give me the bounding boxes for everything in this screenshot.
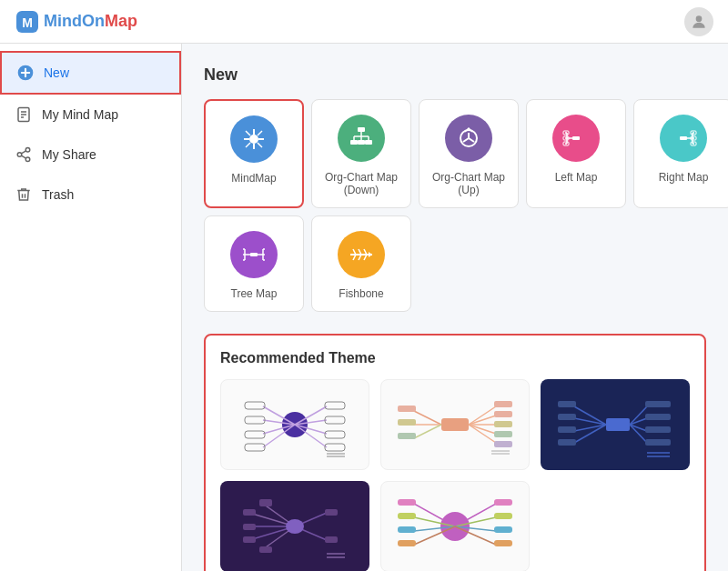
map-type-grid-row2: Tree Map Fishbone bbox=[204, 215, 706, 312]
theme-card-3[interactable] bbox=[541, 379, 690, 470]
svg-line-14 bbox=[21, 151, 25, 154]
svg-line-36 bbox=[469, 138, 474, 142]
logo-mind: Mind bbox=[44, 12, 82, 30]
theme-grid bbox=[220, 379, 690, 571]
svg-marker-73 bbox=[369, 252, 372, 257]
svg-rect-85 bbox=[245, 431, 265, 438]
svg-rect-121 bbox=[558, 401, 576, 407]
left-map-icon bbox=[561, 124, 591, 153]
plus-circle-icon bbox=[16, 64, 35, 82]
map-type-grid-row1: MindMap Org-C bbox=[204, 99, 706, 208]
theme-card-4[interactable] bbox=[220, 481, 369, 571]
svg-rect-108 bbox=[494, 431, 512, 437]
tree-map-label: Tree Map bbox=[231, 287, 278, 300]
theme-card-1[interactable] bbox=[220, 379, 369, 470]
right-map-icon-circle bbox=[660, 115, 707, 162]
mindmap-label: MindMap bbox=[231, 172, 276, 185]
theme-3-preview bbox=[556, 384, 674, 466]
fishbone-label: Fishbone bbox=[339, 287, 383, 300]
svg-rect-163 bbox=[494, 526, 512, 533]
svg-line-20 bbox=[246, 131, 250, 135]
map-card-right-map[interactable]: Right Map bbox=[633, 99, 728, 208]
user-icon bbox=[690, 13, 708, 31]
svg-rect-87 bbox=[325, 402, 345, 409]
org-chart-down-label: Org-Chart Map(Down) bbox=[325, 171, 398, 196]
sidebar-item-my-share[interactable]: My Share bbox=[0, 135, 181, 175]
theme-card-5[interactable] bbox=[380, 481, 530, 571]
sidebar-item-trash[interactable]: Trash bbox=[0, 175, 181, 215]
svg-rect-128 bbox=[645, 439, 671, 446]
svg-rect-144 bbox=[325, 509, 338, 516]
svg-rect-126 bbox=[645, 414, 671, 420]
tree-map-icon-circle bbox=[230, 231, 278, 278]
svg-rect-140 bbox=[243, 509, 256, 516]
sidebar-item-my-mind-map-label: My Mind Map bbox=[42, 107, 118, 122]
svg-rect-158 bbox=[398, 513, 416, 519]
svg-line-100 bbox=[469, 425, 496, 434]
map-card-left-map[interactable]: Left Map bbox=[526, 99, 626, 208]
svg-line-97 bbox=[469, 406, 496, 425]
theme-4-preview bbox=[236, 486, 354, 567]
svg-line-101 bbox=[469, 425, 496, 443]
org-chart-up-icon-circle bbox=[445, 115, 492, 162]
svg-rect-162 bbox=[494, 513, 512, 519]
svg-rect-160 bbox=[398, 540, 416, 546]
svg-rect-103 bbox=[398, 419, 416, 426]
main-layout: New My Mind Map bbox=[0, 44, 728, 571]
map-card-org-chart-up[interactable]: Org-Chart Map (Up) bbox=[419, 99, 519, 208]
logo-icon: M bbox=[15, 9, 40, 35]
svg-rect-55 bbox=[250, 253, 258, 256]
tree-map-icon bbox=[239, 240, 268, 269]
theme-2-preview bbox=[396, 384, 514, 466]
new-section-title: New bbox=[204, 65, 706, 85]
right-map-label: Right Map bbox=[659, 171, 709, 184]
svg-rect-109 bbox=[494, 441, 512, 447]
svg-rect-37 bbox=[572, 136, 580, 140]
svg-point-12 bbox=[25, 157, 30, 162]
svg-rect-105 bbox=[494, 401, 512, 407]
org-chart-up-label: Org-Chart Map (Up) bbox=[427, 171, 511, 196]
svg-line-98 bbox=[469, 416, 496, 425]
sidebar-item-my-share-label: My Share bbox=[42, 147, 96, 162]
org-chart-up-icon bbox=[454, 124, 483, 153]
theme-card-2[interactable] bbox=[380, 379, 530, 470]
svg-line-94 bbox=[414, 411, 441, 425]
svg-line-23 bbox=[258, 143, 262, 147]
svg-rect-106 bbox=[494, 411, 512, 417]
svg-rect-143 bbox=[259, 546, 272, 553]
svg-rect-88 bbox=[325, 416, 345, 424]
user-avatar[interactable] bbox=[684, 7, 713, 36]
sidebar-item-my-mind-map[interactable]: My Mind Map bbox=[0, 95, 181, 135]
trash-icon bbox=[15, 185, 33, 204]
sidebar-item-new[interactable]: New bbox=[0, 51, 181, 95]
svg-rect-142 bbox=[243, 536, 256, 543]
map-card-org-chart-down[interactable]: Org-Chart Map(Down) bbox=[311, 99, 411, 208]
svg-rect-83 bbox=[245, 402, 265, 409]
file-icon bbox=[15, 105, 33, 124]
svg-rect-102 bbox=[398, 406, 416, 412]
svg-rect-32 bbox=[365, 140, 372, 145]
svg-rect-90 bbox=[325, 444, 345, 451]
svg-rect-159 bbox=[398, 526, 416, 533]
svg-point-10 bbox=[25, 148, 30, 153]
mindmap-icon-circle bbox=[230, 115, 278, 163]
svg-rect-124 bbox=[558, 439, 576, 446]
svg-rect-139 bbox=[259, 499, 272, 506]
svg-point-2 bbox=[696, 15, 703, 22]
svg-rect-141 bbox=[243, 524, 256, 530]
left-map-label: Left Map bbox=[555, 171, 598, 184]
svg-text:M: M bbox=[22, 15, 33, 30]
left-map-icon-circle bbox=[552, 115, 600, 162]
svg-rect-89 bbox=[325, 431, 345, 438]
map-card-mindmap[interactable]: MindMap bbox=[204, 99, 304, 208]
fishbone-icon-circle bbox=[338, 231, 385, 278]
svg-rect-145 bbox=[325, 536, 338, 543]
theme-1-preview bbox=[236, 384, 354, 466]
svg-rect-164 bbox=[494, 540, 512, 546]
svg-line-22 bbox=[246, 143, 250, 147]
map-card-fishbone[interactable]: Fishbone bbox=[311, 215, 411, 312]
logo: M MindOnMap bbox=[15, 9, 137, 35]
main-content: New MindM bbox=[182, 44, 728, 571]
fishbone-icon bbox=[347, 240, 376, 269]
map-card-tree-map[interactable]: Tree Map bbox=[204, 215, 304, 312]
